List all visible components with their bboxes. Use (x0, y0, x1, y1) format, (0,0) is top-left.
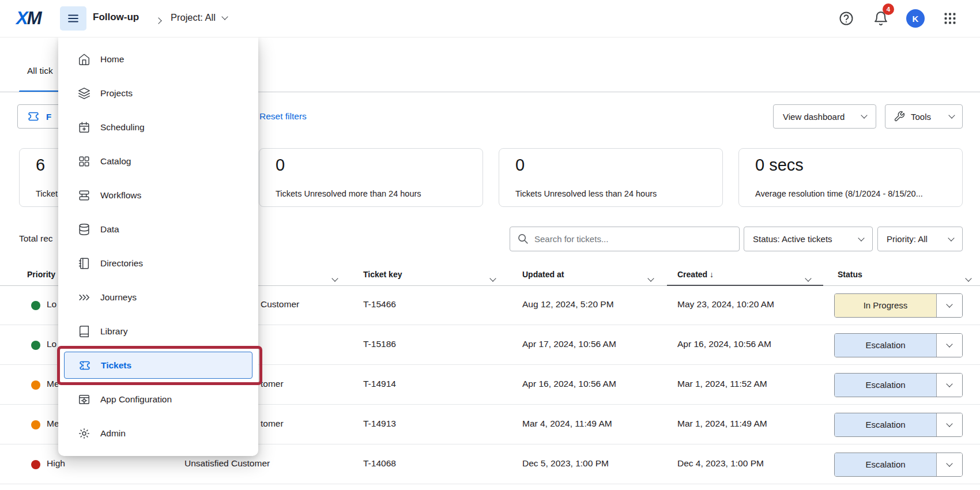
wrench-icon (894, 111, 905, 122)
menu-item-label: Home (100, 54, 124, 65)
reset-filters-link[interactable]: Reset filters (259, 111, 307, 122)
column-menu-chevron-icon[interactable] (806, 273, 811, 283)
updated-at-cell: Apr 16, 2024, 10:56 AM (522, 379, 616, 389)
stat-label: Ticket (36, 189, 58, 198)
tools-label: Tools (911, 112, 931, 122)
chevron-down-icon (861, 112, 867, 118)
status-badge[interactable]: In Progress (835, 294, 936, 317)
tools-button[interactable]: Tools (885, 104, 963, 129)
app-config-icon (78, 393, 91, 406)
book-icon (78, 325, 91, 338)
status-filter-dropdown[interactable]: Status: Active tickets (744, 227, 873, 251)
menu-item-tickets[interactable]: Tickets (64, 352, 252, 379)
created-cell: Mar 1, 2024, 11:49 AM (677, 419, 767, 429)
ticket-key-cell: T-15186 (363, 339, 396, 349)
created-cell: Apr 16, 2024, 10:56 AM (677, 339, 771, 349)
status-dropdown[interactable]: Escalation (834, 413, 963, 437)
directory-book-icon (78, 257, 91, 270)
header-ticket-key: Ticket key (363, 270, 402, 279)
hamburger-icon (67, 12, 80, 25)
tab-all-tickets[interactable]: All tick (27, 66, 53, 76)
column-menu-chevron-icon[interactable] (966, 273, 971, 283)
priority-cell: High (47, 458, 65, 469)
priority-cell: Lo (47, 339, 56, 349)
status-chevron-button[interactable] (936, 413, 962, 436)
stat-value: 0 secs (755, 156, 804, 175)
status-chevron-button[interactable] (936, 374, 962, 397)
priority-cell: Me (47, 379, 59, 389)
menu-item-label: Admin (100, 428, 126, 439)
stat-value: 0 (276, 156, 285, 175)
grid-icon (78, 155, 91, 168)
hamburger-menu-button[interactable] (60, 6, 86, 31)
priority-dot (31, 460, 40, 469)
search-input[interactable] (534, 227, 736, 251)
status-dropdown[interactable]: Escalation (834, 453, 963, 477)
notification-count-badge: 4 (883, 3, 894, 15)
stat-card-less-24h: 0 Tickets Unresolved less than 24 hours (499, 148, 723, 207)
status-dropdown[interactable]: In Progress (834, 293, 963, 318)
menu-item-label: Catalog (100, 156, 131, 167)
menu-item-label: Journeys (100, 292, 137, 303)
calendar-plus-icon (78, 121, 91, 134)
updated-at-cell: Dec 5, 2023, 1:00 PM (522, 458, 609, 469)
header-updated-at: Updated at (522, 270, 564, 279)
menu-item-journeys[interactable]: Journeys (58, 280, 258, 314)
menu-item-projects[interactable]: Projects (58, 76, 258, 110)
stat-value: 0 (515, 156, 525, 175)
global-nav-menu: Home Projects Scheduling Catalog Workflo… (58, 37, 258, 456)
xm-logo[interactable]: XM (16, 8, 41, 29)
status-badge[interactable]: Escalation (835, 453, 936, 476)
help-button[interactable] (837, 9, 855, 28)
created-cell: Mar 1, 2024, 11:52 AM (677, 379, 767, 389)
stat-label: Average resolution time (8/1/2024 - 8/15… (755, 189, 923, 198)
priority-filter-label: Priority: All (887, 234, 928, 244)
breadcrumb-project-selector[interactable]: Project: All (171, 12, 227, 23)
column-menu-chevron-icon[interactable] (649, 273, 653, 283)
header-created-sorted[interactable]: Created ↓ (677, 270, 714, 279)
avatar[interactable]: K (906, 9, 925, 28)
created-cell: May 23, 2024, 10:20 AM (677, 299, 774, 310)
menu-item-label: Data (100, 224, 119, 235)
status-chevron-button[interactable] (936, 334, 962, 357)
workflows-icon (78, 189, 91, 202)
stat-label: Tickets Unresolved more than 24 hours (276, 189, 421, 198)
chevron-down-icon (948, 112, 955, 118)
stat-card-avg-resolution: 0 secs Average resolution time (8/1/2024… (738, 148, 963, 207)
view-dashboard-button[interactable]: View dashboard (773, 104, 876, 129)
menu-item-library[interactable]: Library (58, 314, 258, 348)
status-badge[interactable]: Escalation (835, 334, 936, 357)
created-cell: Dec 4, 2023, 1:00 PM (677, 458, 764, 469)
menu-item-label: App Configuration (100, 394, 172, 405)
priority-cell: Lo (47, 299, 56, 310)
menu-item-workflows[interactable]: Workflows (58, 178, 258, 212)
menu-item-catalog[interactable]: Catalog (58, 144, 258, 178)
home-icon (78, 53, 91, 66)
status-chevron-button[interactable] (936, 453, 962, 476)
menu-item-directories[interactable]: Directories (58, 246, 258, 280)
status-chevron-button[interactable] (936, 294, 962, 317)
menu-item-scheduling[interactable]: Scheduling (58, 110, 258, 144)
menu-item-data[interactable]: Data (58, 212, 258, 246)
breadcrumb-section[interactable]: Follow-up (93, 12, 139, 23)
menu-item-app-configuration[interactable]: App Configuration (58, 382, 258, 416)
ticket-key-cell: T-15466 (363, 299, 396, 310)
ticket-search (510, 227, 740, 251)
apps-grid-button[interactable] (941, 9, 959, 28)
column-menu-chevron-icon[interactable] (491, 273, 495, 283)
status-badge[interactable]: Escalation (835, 413, 936, 436)
menu-item-label: Library (100, 326, 127, 337)
name-cell: tomer (261, 419, 284, 429)
updated-at-cell: Apr 17, 2024, 10:56 AM (522, 339, 616, 349)
priority-filter-dropdown[interactable]: Priority: All (877, 227, 963, 251)
menu-item-admin[interactable]: Admin (58, 416, 258, 450)
chevron-down-icon (221, 13, 228, 20)
menu-item-home[interactable]: Home (58, 42, 258, 76)
status-dropdown[interactable]: Escalation (834, 333, 963, 357)
status-filter-label: Status: Active tickets (753, 234, 832, 244)
column-menu-chevron-icon[interactable] (333, 273, 337, 283)
ticket-key-cell: T-14913 (363, 419, 396, 429)
search-icon (517, 232, 529, 247)
status-badge[interactable]: Escalation (835, 374, 936, 397)
status-dropdown[interactable]: Escalation (834, 373, 963, 397)
